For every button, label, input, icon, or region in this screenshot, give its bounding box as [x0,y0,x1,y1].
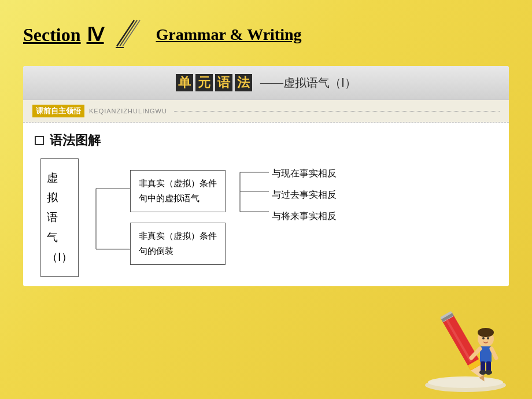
section-label: Section [23,24,81,46]
svg-point-21 [478,328,494,337]
right-item-1: 与现在事实相反 [272,168,337,180]
grammar-subtitle: ——虚拟语气（Ⅰ） [260,75,356,91]
square-icon [35,136,44,145]
grammar-title-box: 单 元 语 法 ——虚拟语气（Ⅰ） [176,74,356,91]
heading-text: 语法图解 [50,132,101,149]
diagram: 虚拟语气（Ⅰ） 非真实（虚拟）条件句中的虚拟语气 [40,158,497,277]
header: Section Ⅳ Grammar & Writing [23,17,509,52]
header-title: Grammar & Writing [156,25,302,44]
ke-bar: 课前自主领悟 KEQIANZIZHULINGWU [23,100,509,123]
mid-box-2: 非真实（虚拟）条件句的倒装 [130,223,226,265]
svg-point-29 [482,337,485,339]
grammar-bar: 单 元 语 法 ——虚拟语气（Ⅰ） [23,66,509,100]
svg-line-28 [492,349,496,358]
roman-numeral: Ⅳ [87,24,104,46]
right-item-3: 与将来事实相反 [272,210,337,223]
middle-boxes: 非真实（虚拟）条件句中的虚拟语气 非真实（虚拟）条件句的倒装 [130,170,226,265]
ke-pinyin: KEQIANZIZHULINGWU [89,108,167,114]
char-3: 语 [215,74,232,91]
svg-point-30 [487,337,489,339]
left-box-text: 虚拟语气（Ⅰ） [47,168,72,267]
main-content: 语法图解 虚拟语气（Ⅰ） [23,123,509,286]
ke-badge: 课前自主领悟 [32,105,84,117]
char-4: 法 [235,74,252,91]
page: Section Ⅳ Grammar & Writing 单 元 语 法 [0,0,532,399]
svg-line-1 [120,20,137,46]
char-2: 元 [195,74,213,91]
svg-point-26 [485,370,492,375]
mid-box-2-text: 非真实（虚拟）条件句的倒装 [139,231,217,256]
content-area: 单 元 语 法 ——虚拟语气（Ⅰ） 课前自主领悟 KEQIANZIZHULING… [23,66,509,286]
character-decoration [416,295,515,396]
left-box: 虚拟语气（Ⅰ） [40,158,79,277]
char-1: 单 [176,74,193,91]
right-items: 与现在事实相反 与过去事实相反 与将来事实相反 [272,168,337,223]
mid-box-1-text: 非真实（虚拟）条件句中的虚拟语气 [139,179,217,203]
grammar-chars: 单 元 语 法 [176,74,252,91]
svg-point-12 [428,376,503,388]
ke-dots [174,111,500,112]
section-heading: 语法图解 [35,132,497,149]
decoration-icon [110,17,145,52]
mid-box-1: 非真实（虚拟）条件句中的虚拟语气 [130,170,226,212]
right-item-2: 与过去事实相反 [272,189,337,201]
